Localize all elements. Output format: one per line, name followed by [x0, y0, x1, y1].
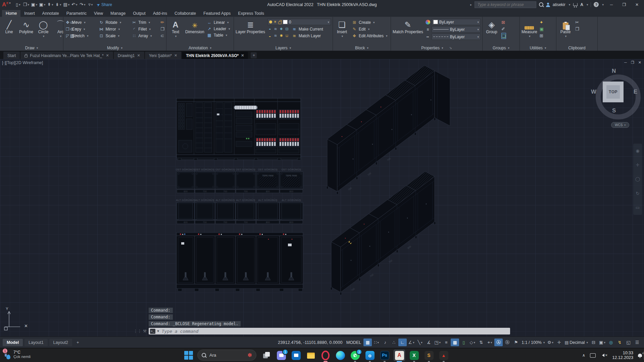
taskbar-app-photoshop[interactable]: Ps: [377, 348, 392, 362]
restore-button[interactable]: ❐: [619, 1, 629, 8]
group-button[interactable]: ◈ Group: [484, 18, 499, 45]
taskbar-app-task-view[interactable]: [259, 348, 274, 362]
taskbar-app-outlook[interactable]: o: [362, 348, 377, 362]
ribbon-tab[interactable]: Featured Apps: [200, 10, 234, 17]
close-tab-icon[interactable]: ✕: [241, 53, 244, 58]
viewcube-south[interactable]: S: [612, 107, 616, 114]
new-drawing-tab-button[interactable]: +: [251, 52, 257, 58]
taskbar-app-microsoft-store[interactable]: [289, 348, 303, 362]
qat-button-save[interactable]: ▣ ▾: [30, 1, 38, 8]
autocad-app-menu[interactable]: A E ▾: [2, 1, 11, 8]
modify-tool[interactable]: ◸ Stretch ▾: [65, 33, 95, 39]
ribbon-tab[interactable]: Manage: [107, 10, 129, 17]
measure-button[interactable]: Measure ▾: [522, 18, 537, 45]
clock[interactable]: 10:33 12.12.2023: [612, 351, 633, 360]
taskbar-app-edge[interactable]: [333, 348, 348, 362]
close-button[interactable]: ✕: [632, 1, 642, 8]
weather-widget[interactable]: 1 7°C Çok nemli: [3, 349, 31, 359]
zoom-extents-icon[interactable]: ◯: [635, 176, 640, 182]
status-toggle-grid-display[interactable]: ▦▾: [363, 339, 372, 346]
autodesk-app-icon[interactable]: A: [580, 2, 583, 7]
layer-select[interactable]: ☀ 0 ▾: [267, 19, 331, 25]
make-current-button[interactable]: ≋ Make Current: [292, 26, 323, 32]
annotation-scale-select[interactable]: 1:1 / 100%▾: [521, 340, 546, 345]
taskbar-app-file-explorer[interactable]: [303, 348, 318, 362]
ribbon-tab[interactable]: Output: [129, 10, 149, 17]
match-properties-button[interactable]: ✎ Match Properties: [393, 18, 423, 45]
status-toggle-infer-constraints[interactable]: ♪▾: [381, 339, 389, 346]
annotation-tool[interactable]: ▦ Table ▾: [207, 32, 230, 38]
modify-tool[interactable]: ⋈ Mirror ▾: [99, 26, 128, 32]
notification-bell-icon[interactable]: z: [638, 354, 642, 357]
search-icon[interactable]: [539, 2, 543, 7]
status-toggle-graphics-performance[interactable]: ↯▾: [615, 339, 624, 346]
taskbar-search-input[interactable]: [209, 352, 240, 358]
layer-unisolate-icon[interactable]: ≋: [273, 34, 278, 38]
modify-tool[interactable]: ❐ Copy ▾: [65, 26, 95, 32]
qat-button-redo[interactable]: ↷ ▾: [79, 1, 87, 8]
viewcube[interactable]: N W E S TOP: [594, 70, 635, 120]
help-caret-icon[interactable]: ▾: [602, 3, 604, 6]
qat-button-upload-to-mobile[interactable]: ⇞ ▾: [46, 1, 54, 8]
viewcube-west[interactable]: W: [591, 89, 596, 95]
layer-freeze-icon[interactable]: ❅: [279, 27, 284, 31]
ribbon-tab[interactable]: Home: [2, 10, 20, 17]
status-toggle-ortho-mode[interactable]: ∟▾: [398, 339, 407, 346]
layer-lock-icon[interactable]: ⊡: [285, 27, 289, 31]
quick-calculator-icon[interactable]: ⊞: [540, 33, 544, 38]
panel-title-utilities[interactable]: Utilities▾: [522, 45, 554, 51]
ribbon-tab[interactable]: Collaborate: [171, 10, 200, 17]
select-window-icon[interactable]: ▣: [540, 26, 544, 32]
qat-button-download-from-mobile[interactable]: ⇟ ▾: [54, 1, 62, 8]
command-input-bar[interactable]: >_ ▼: [149, 328, 510, 334]
taskbar-app-sublime[interactable]: S: [422, 348, 436, 362]
qat-button-qat-customize[interactable]: ▿ ▾: [87, 1, 95, 8]
close-tab-icon[interactable]: ✕: [106, 53, 109, 58]
modify-tool[interactable]: ◜ Fillet ▾: [132, 26, 158, 32]
circle-button[interactable]: ◯ Circle ▾: [36, 18, 51, 45]
status-toggle-object-snap[interactable]: ◳▾: [433, 339, 442, 346]
block-tool[interactable]: ⊞ Create ▾: [352, 19, 388, 25]
block-tool[interactable]: ❖ Edit Attributes ▾: [352, 33, 388, 39]
modify-tool[interactable]: ✥ Move ▾: [65, 19, 95, 25]
store-cart-icon[interactable]: [573, 3, 578, 6]
units-select[interactable]: ▤ Decimal▾: [564, 340, 589, 345]
ribbon-tab[interactable]: Parametric: [63, 10, 90, 17]
dialog-launcher-icon[interactable]: ⇘: [449, 46, 452, 50]
ribbon-tab[interactable]: Insert: [20, 10, 38, 17]
taskbar-app-acrobat[interactable]: ▲: [436, 348, 451, 362]
ungroup-icon[interactable]: ⊠: [501, 19, 506, 25]
minimize-button[interactable]: ─: [606, 1, 616, 8]
close-tab-icon[interactable]: ✕: [137, 53, 140, 58]
annotation-tool[interactable]: ↔ Linear ▾: [207, 19, 230, 25]
pan-icon[interactable]: ✛: [636, 162, 640, 167]
layout-tab[interactable]: Model: [3, 339, 23, 346]
status-toggle-3d-object-snap[interactable]: ◇▾: [468, 339, 477, 346]
quick-select-icon[interactable]: ✦: [540, 19, 544, 25]
taskbar-app-opera[interactable]: [318, 348, 333, 362]
navigation-bar[interactable]: ◉ ✛ ◯ ↻ ▭: [633, 144, 642, 215]
taskbar-app-teams-chat[interactable]: 1: [274, 348, 289, 362]
explode-tool-icon[interactable]: ❒: [160, 26, 164, 32]
status-toggle-polar-tracking[interactable]: ∠▾: [407, 339, 415, 346]
panel-title-annotation[interactable]: Annotation▾: [168, 45, 232, 51]
qat-button-new-file[interactable]: ▯ ▾: [14, 1, 22, 8]
status-toggle-annotation-visibility[interactable]: Ⓐ▾: [494, 339, 503, 346]
customize-wrench-icon[interactable]: ⚒: [143, 329, 147, 333]
file-tab[interactable]: Start ✕: [3, 52, 20, 59]
status-toggle-annotation-monitor[interactable]: ✛▾: [555, 339, 563, 346]
viewcube-north[interactable]: N: [612, 68, 616, 74]
file-tab[interactable]: Fuzul Havalimanı Ye...Planı Ve Tek Hat_*…: [20, 52, 113, 59]
layer-thaw-all-icon[interactable]: ✺: [279, 34, 284, 38]
showmotion-icon[interactable]: ▭: [636, 205, 640, 210]
status-toggle-dynamic-input[interactable]: ⌖▾: [486, 339, 494, 346]
drawing-canvas[interactable]: [-][Top][2D Wireframe] ─ ❐ ✕: [0, 59, 644, 337]
start-button[interactable]: [184, 351, 193, 360]
file-tab[interactable]: Yeni Şablon* ✕: [145, 52, 182, 59]
taskbar-search[interactable]: ✽: [197, 350, 256, 361]
model-space-button[interactable]: MODEL: [346, 340, 361, 345]
tray-overflow-icon[interactable]: ∧: [582, 353, 585, 358]
volume-muted-icon[interactable]: ✕: [600, 354, 608, 357]
modify-tool[interactable]: ⊡ Scale ▾: [99, 33, 128, 39]
navigation-wheel-icon[interactable]: ◉: [636, 148, 639, 153]
